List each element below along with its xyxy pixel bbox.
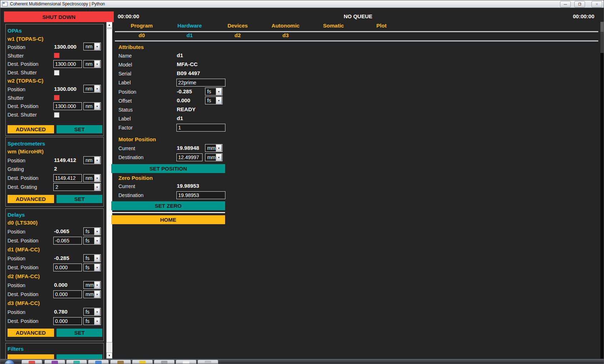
dropdown-arrow-icon[interactable]: ▼ bbox=[94, 103, 100, 110]
d1-dest-position-input[interactable] bbox=[53, 264, 82, 271]
tab-somatic[interactable]: Somatic bbox=[310, 23, 357, 29]
tab-hardware[interactable]: Hardware bbox=[166, 23, 214, 29]
wm-dest-grating-label: Dest. Grating bbox=[8, 184, 37, 190]
window-title: Coherent Multidimensional Spectroscopy |… bbox=[10, 1, 105, 6]
w1-dest-shutter-checkbox[interactable] bbox=[54, 70, 59, 75]
gray-app-icon bbox=[161, 361, 167, 364]
subtab-d1[interactable]: d1 bbox=[166, 32, 214, 38]
opas-advanced-button[interactable]: ADVANCED bbox=[8, 125, 54, 133]
taskbar-app-3[interactable] bbox=[66, 360, 87, 364]
offset-unit-select[interactable]: fs ▼ bbox=[205, 97, 223, 104]
dropdown-arrow-icon[interactable]: ▼ bbox=[94, 157, 100, 164]
set-position-button[interactable]: SET POSITION bbox=[111, 164, 225, 173]
label-input[interactable] bbox=[176, 79, 225, 87]
dropdown-arrow-icon[interactable]: ▼ bbox=[216, 144, 222, 152]
taskbar-app-4[interactable] bbox=[88, 360, 109, 364]
subtab-d2[interactable]: d2 bbox=[214, 32, 262, 38]
subtab-divider bbox=[115, 40, 598, 41]
wm-position-unit-select[interactable]: nm ▼ bbox=[83, 156, 101, 164]
taskbar-app-9[interactable] bbox=[198, 360, 218, 364]
scroll-down-button[interactable]: ▼ bbox=[106, 353, 112, 359]
tab-program[interactable]: Program bbox=[118, 23, 166, 29]
spectrometers-set-button[interactable]: SET bbox=[57, 195, 102, 203]
dropdown-arrow-icon[interactable]: ▼ bbox=[94, 318, 100, 325]
w1-position-unit-select[interactable]: nm ▼ bbox=[83, 43, 101, 50]
motor-position-title: Motor Position bbox=[118, 136, 156, 142]
taskbar-app-8[interactable] bbox=[176, 360, 196, 364]
taskbar-app-2[interactable] bbox=[44, 360, 65, 364]
w2-dest-position-input[interactable] bbox=[53, 102, 82, 110]
dropdown-arrow-icon[interactable]: ▼ bbox=[94, 281, 100, 289]
dropdown-arrow-icon[interactable]: ▼ bbox=[94, 85, 100, 92]
delays-advanced-button[interactable]: ADVANCED bbox=[8, 329, 54, 337]
d0-position-unit-select[interactable]: fs ▼ bbox=[83, 227, 101, 235]
wm-grating-label: Grating bbox=[8, 166, 24, 172]
motor-destination-unit: mm bbox=[205, 154, 216, 160]
wm-position-value: 1149.412 bbox=[54, 157, 76, 163]
tab-autonomic[interactable]: Autonomic bbox=[262, 23, 310, 29]
d1-position-unit-select[interactable]: fs ▼ bbox=[83, 254, 101, 262]
shutdown-button[interactable]: SHUT DOWN bbox=[4, 11, 114, 22]
dropdown-arrow-icon[interactable]: ▼ bbox=[94, 255, 100, 262]
w1-dest-position-input[interactable] bbox=[53, 60, 82, 68]
d2-position-unit-select[interactable]: mm_ ▼ bbox=[83, 281, 101, 289]
dropdown-arrow-icon[interactable]: ▼ bbox=[94, 237, 100, 244]
spectrometers-advanced-button[interactable]: ADVANCED bbox=[8, 195, 54, 203]
maximize-button[interactable]: ❐ bbox=[574, 1, 585, 8]
d0-dest-position-input[interactable] bbox=[53, 237, 82, 245]
w1-dest-unit-select[interactable]: nm ▼ bbox=[83, 60, 101, 68]
dropdown-arrow-icon[interactable]: ▼ bbox=[94, 264, 100, 271]
dropdown-arrow-icon[interactable]: ▼ bbox=[94, 43, 100, 50]
d0-dest-unit-select[interactable]: fs ▼ bbox=[83, 237, 101, 245]
dropdown-arrow-icon[interactable]: ▼ bbox=[94, 228, 100, 235]
tab-plot[interactable]: Plot bbox=[357, 23, 405, 29]
model-label: Model bbox=[118, 62, 132, 68]
w2-dest-shutter-checkbox[interactable] bbox=[54, 112, 59, 118]
scroll-up-button[interactable]: ▲ bbox=[106, 22, 112, 28]
taskbar-app-6[interactable] bbox=[132, 360, 153, 364]
motor-current-unit-select[interactable]: mm ▼ bbox=[205, 144, 223, 152]
sidebar-scrollbar-thumb[interactable] bbox=[106, 29, 112, 343]
taskbar-app-7[interactable] bbox=[154, 360, 175, 364]
d3-position-unit-select[interactable]: fs ▼ bbox=[83, 308, 101, 316]
taskbar-app-5[interactable] bbox=[110, 360, 131, 364]
dropdown-arrow-icon[interactable]: ▼ bbox=[94, 183, 100, 191]
opas-set-button[interactable]: SET bbox=[57, 125, 102, 133]
dropdown-arrow-icon[interactable]: ▼ bbox=[94, 174, 100, 182]
wm-dest-position-input[interactable] bbox=[53, 174, 82, 182]
factor-input[interactable] bbox=[176, 124, 225, 132]
d1-dest-unit-select[interactable]: fs ▼ bbox=[83, 264, 101, 271]
dropdown-arrow-icon[interactable]: ▼ bbox=[216, 154, 222, 161]
zero-current-value: 19.98953 bbox=[177, 183, 199, 189]
wm-dest-unit-select[interactable]: nm ▼ bbox=[83, 174, 101, 182]
minimize-button[interactable]: — bbox=[560, 1, 571, 8]
d0-dest-position-label: Dest. Position bbox=[8, 238, 38, 244]
d2-dest-position-input[interactable] bbox=[53, 290, 82, 298]
taskbar-app-1[interactable] bbox=[21, 360, 42, 364]
home-button[interactable]: HOME bbox=[111, 215, 225, 224]
motor-destination-unit-select[interactable]: mm ▼ bbox=[205, 153, 223, 161]
zero-destination-input[interactable] bbox=[176, 191, 225, 199]
dropdown-arrow-icon[interactable]: ▼ bbox=[94, 308, 100, 315]
subtab-d3[interactable]: d3 bbox=[262, 32, 310, 38]
dropdown-arrow-icon[interactable]: ▼ bbox=[94, 291, 100, 298]
tab-devices[interactable]: Devices bbox=[214, 23, 262, 29]
dropdown-arrow-icon[interactable]: ▼ bbox=[216, 88, 222, 95]
close-button[interactable]: ✕ bbox=[591, 1, 602, 8]
w2-dest-unit-select[interactable]: nm ▼ bbox=[83, 102, 101, 110]
main-scrollbar-track[interactable] bbox=[600, 53, 604, 359]
w2-position-unit-select[interactable]: nm ▼ bbox=[83, 85, 101, 93]
d3-dest-unit-select[interactable]: fs ▼ bbox=[83, 317, 101, 325]
w1-position-label: Position bbox=[8, 44, 25, 50]
dropdown-arrow-icon[interactable]: ▼ bbox=[94, 60, 100, 68]
set-zero-button[interactable]: SET ZERO bbox=[111, 201, 225, 210]
delays-set-button[interactable]: SET bbox=[57, 329, 102, 337]
d2-dest-unit-select[interactable]: mm_ ▼ bbox=[83, 290, 101, 298]
motor-destination-input[interactable] bbox=[176, 153, 203, 161]
main-scrollbar-thumb[interactable] bbox=[600, 22, 604, 32]
subtab-d0[interactable]: d0 bbox=[118, 32, 166, 38]
dropdown-arrow-icon[interactable]: ▼ bbox=[216, 97, 222, 104]
d3-dest-position-input[interactable] bbox=[53, 317, 82, 325]
wm-dest-grating-select[interactable]: 2 ▼ bbox=[53, 183, 101, 191]
position-unit-select[interactable]: fs ▼ bbox=[205, 88, 223, 95]
